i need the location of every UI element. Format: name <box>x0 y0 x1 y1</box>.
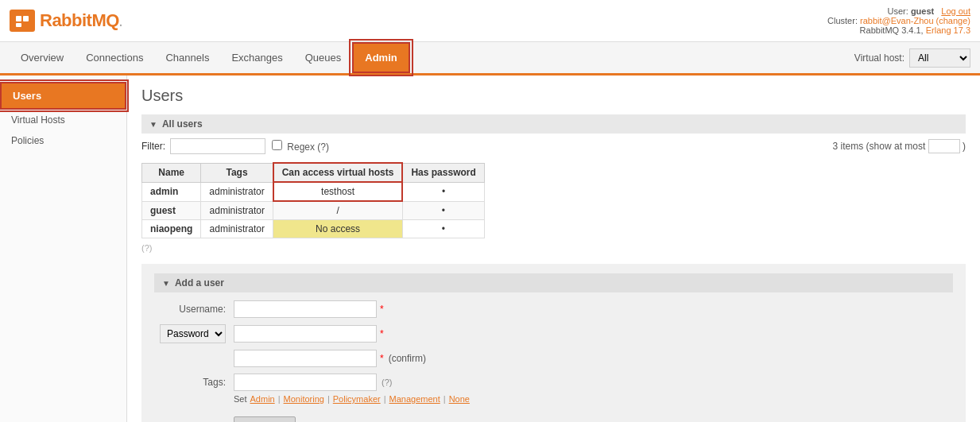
user-access-niaopeng[interactable]: No access <box>273 220 403 238</box>
svg-rect-2 <box>16 23 21 27</box>
change-link[interactable]: (change) <box>936 16 970 25</box>
logo-icon <box>10 10 35 32</box>
nav-channels[interactable]: Channels <box>154 44 220 72</box>
add-user-section-header[interactable]: ▼ Add a user <box>154 273 953 292</box>
tag-none-link[interactable]: None <box>449 394 470 404</box>
nav-overview[interactable]: Overview <box>10 44 75 72</box>
sidebar-policies-link[interactable]: Policies <box>0 130 126 151</box>
user-label: User: <box>888 6 908 16</box>
password-type-select[interactable]: Password Hash <box>160 324 226 343</box>
add-user-section: ▼ Add a user Username: * Password Hash * <box>141 264 966 422</box>
collapse-arrow: ▼ <box>149 120 157 129</box>
logo: RabbitMQ. <box>10 10 122 32</box>
user-password-guest: • <box>402 201 484 220</box>
tag-sep3: | <box>384 394 386 404</box>
all-users-label: All users <box>162 118 203 130</box>
table-row: guest administrator / • <box>142 201 485 220</box>
password-input[interactable] <box>234 325 377 343</box>
page-title: Users <box>141 87 966 105</box>
tags-row: Tags: (?) <box>154 374 953 391</box>
regex-checkbox[interactable] <box>272 140 282 150</box>
tag-sep2: | <box>327 394 330 404</box>
user-tags-admin: administrator <box>201 182 273 201</box>
confirm-input[interactable] <box>234 350 377 367</box>
nav-connections[interactable]: Connections <box>75 44 154 72</box>
nav-bar: Overview Connections Channels Exchanges … <box>0 42 980 75</box>
tags-label: Tags: <box>154 377 234 388</box>
col-access: Can access virtual hosts <box>273 163 403 182</box>
user-name-guest[interactable]: guest <box>142 201 201 220</box>
users-table: Name Tags Can access virtual hosts Has p… <box>141 162 485 238</box>
user-access-admin[interactable]: testhost <box>273 182 403 201</box>
tag-monitoring-link[interactable]: Monitoring <box>284 394 324 404</box>
filter-input[interactable] <box>170 138 265 154</box>
username-required: * <box>380 304 384 315</box>
erlang-link[interactable]: Erlang 17.3 <box>926 25 970 35</box>
version-text: RabbitMQ 3.4.1, <box>860 25 924 35</box>
table-row: niaopeng administrator No access • <box>142 220 485 238</box>
confirm-text: (confirm) <box>389 353 426 364</box>
col-tags: Tags <box>201 163 273 182</box>
nav-queues[interactable]: Queues <box>294 44 353 72</box>
nav-exchanges[interactable]: Exchanges <box>220 44 293 72</box>
sidebar: Users Virtual Hosts Policies <box>0 75 127 422</box>
tag-policymaker-link[interactable]: Policymaker <box>333 394 381 404</box>
nav-admin[interactable]: Admin <box>352 42 409 73</box>
svg-rect-0 <box>16 16 21 21</box>
main-content: Users ▼ All users Filter: Regex (?) 3 it… <box>127 75 980 422</box>
logout-button[interactable]: Log out <box>941 6 970 16</box>
sidebar-users-button[interactable]: Users <box>0 82 126 110</box>
tags-help-link[interactable]: (?) <box>382 377 392 387</box>
filter-row: Filter: Regex (?) 3 items (show at most … <box>141 138 966 154</box>
confirm-row: * (confirm) <box>154 350 953 367</box>
cluster-link[interactable]: rabbit@Evan-Zhou <box>860 16 934 25</box>
password-required: * <box>380 328 384 339</box>
user-password-niaopeng: • <box>402 220 484 238</box>
vhost-selector: Virtual host: All / testhost <box>854 48 970 68</box>
table-row: admin administrator testhost • <box>142 182 485 201</box>
tag-management-link[interactable]: Management <box>389 394 440 404</box>
add-user-button-row: Add user <box>154 410 953 422</box>
sidebar-virtual-hosts-link[interactable]: Virtual Hosts <box>0 110 126 130</box>
confirm-required: * <box>380 353 384 364</box>
user-tags-guest: administrator <box>201 201 273 220</box>
col-name: Name <box>142 163 201 182</box>
body-wrap: Users Virtual Hosts Policies Users ▼ All… <box>0 75 980 422</box>
add-user-title: Add a user <box>175 277 224 288</box>
cluster-label: Cluster: <box>827 16 858 25</box>
add-user-arrow: ▼ <box>162 279 170 288</box>
tag-sep4: | <box>444 394 446 404</box>
password-row: Password Hash * <box>154 324 953 343</box>
col-password: Has password <box>402 163 484 182</box>
user-name-admin[interactable]: admin <box>142 182 201 201</box>
all-users-section-header[interactable]: ▼ All users <box>141 114 966 134</box>
items-count-close: ) <box>963 141 966 152</box>
username-label: Username: <box>154 304 234 315</box>
cluster-value: rabbit@Evan-Zhou <box>860 16 934 25</box>
tag-admin-link[interactable]: Admin <box>250 394 275 404</box>
user-access-guest[interactable]: / <box>273 201 403 220</box>
set-label: Set <box>234 394 247 404</box>
tag-sep1: | <box>278 394 281 404</box>
add-user-button[interactable]: Add user <box>234 416 296 422</box>
max-items-input[interactable]: 100 <box>928 139 960 153</box>
user-info: User: guest Log out Cluster: rabbit@Evan… <box>827 6 970 35</box>
username-input[interactable] <box>234 300 377 318</box>
vhost-select[interactable]: All / testhost <box>909 48 970 68</box>
user-password-admin: • <box>402 182 484 201</box>
tags-input[interactable] <box>234 374 377 391</box>
username: guest <box>911 6 934 16</box>
svg-rect-1 <box>23 16 29 21</box>
regex-label: Regex (?) <box>272 140 329 153</box>
items-count: 3 items (show at most 100 ) <box>833 139 966 153</box>
tags-shortcuts-row: Set Admin | Monitoring | Policymaker | M… <box>234 394 953 404</box>
user-name-niaopeng[interactable]: niaopeng <box>142 220 201 238</box>
header: RabbitMQ. User: guest Log out Cluster: r… <box>0 0 980 42</box>
user-tags-niaopeng: administrator <box>201 220 273 238</box>
vhost-label: Virtual host: <box>854 52 904 64</box>
filter-label: Filter: <box>141 141 165 152</box>
password-label-wrap: Password Hash <box>154 324 234 343</box>
logo-text: RabbitMQ. <box>40 10 122 31</box>
username-row: Username: * <box>154 300 953 318</box>
help-link[interactable]: (?) <box>141 243 966 253</box>
